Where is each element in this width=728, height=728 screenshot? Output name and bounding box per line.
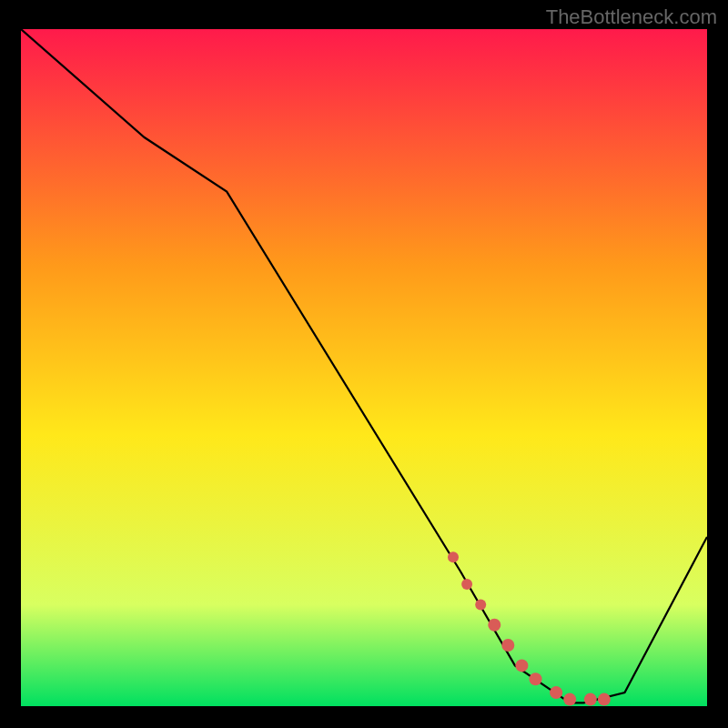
highlight-dot bbox=[563, 693, 576, 706]
highlight-dot bbox=[488, 619, 500, 632]
highlight-dot bbox=[501, 639, 514, 652]
chart-container: TheBottleneck.com bbox=[0, 0, 728, 728]
plot-area bbox=[21, 29, 707, 706]
highlight-dot bbox=[530, 672, 542, 685]
highlight-dot bbox=[598, 693, 611, 706]
highlight-dot bbox=[475, 599, 486, 610]
highlight-dot bbox=[448, 551, 459, 562]
highlight-dot bbox=[550, 686, 562, 699]
highlight-dot bbox=[584, 693, 597, 706]
gradient-background bbox=[21, 29, 707, 706]
highlight-dot bbox=[515, 659, 528, 672]
watermark-text: TheBottleneck.com bbox=[546, 5, 717, 29]
chart-svg bbox=[21, 29, 707, 706]
highlight-dot bbox=[461, 579, 472, 590]
